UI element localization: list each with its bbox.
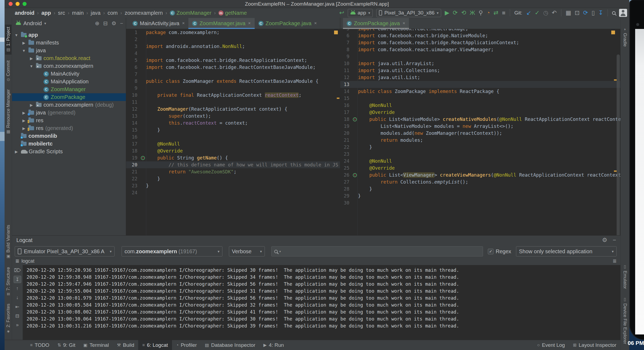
logcat-level-select[interactable]: Verbose ▾ [229, 246, 265, 256]
running-devices-icon[interactable]: ⊡ [575, 10, 580, 16]
settings-icon[interactable]: ⚙ [111, 21, 116, 26]
scroll-to-end-icon[interactable]: ↧ [14, 276, 21, 283]
statusbar-git[interactable]: ⇅9: Git [53, 340, 79, 350]
strip-gradle[interactable]: ◗Gradle [622, 25, 628, 49]
strip-project[interactable]: ▤1: Project [5, 25, 12, 55]
device-select[interactable]: Pixel_3a_API_30_x86 ▾ [376, 9, 441, 17]
strip-device-file-explorer[interactable]: ▯Device File Explorer [622, 295, 628, 346]
statusbar-todo[interactable]: ≡TODO [26, 340, 53, 350]
chevron-right-icon[interactable]: ▶ [21, 118, 27, 123]
run-config-select[interactable]: app ▾ [348, 9, 373, 17]
statusbar-run[interactable]: ▶4: Run [259, 340, 288, 350]
logcat-subtab[interactable]: ≣ logcat ≣ [12, 257, 620, 265]
tab-MainActivity.java[interactable]: CMainActivity.java× [129, 18, 188, 29]
apply-code-changes-icon[interactable]: ⟲ [461, 10, 466, 16]
chevron-down-icon[interactable]: ▼ [21, 49, 27, 53]
collapse-all-icon[interactable]: ⊟ [103, 21, 108, 26]
inspection-indicator[interactable] [334, 31, 338, 34]
statusbar-build[interactable]: ⚒Build [113, 340, 138, 350]
search-everywhere-icon[interactable] [612, 11, 616, 15]
apply-changes-icon[interactable]: ⟳ [453, 10, 458, 16]
tree-row[interactable]: CMainActivity [12, 70, 126, 78]
logcat-device-select[interactable]: Emulator Pixel_3a_API_30_x86 A ▾ [15, 246, 115, 256]
editor-right[interactable]: CZoomPackage.java× 5import com.facebook.… [340, 18, 620, 235]
up-stack-trace-icon[interactable]: ↑ [14, 285, 21, 292]
hide-panel-icon[interactable]: − [120, 21, 123, 26]
tree-row[interactable]: ▶java (generated) [12, 109, 126, 117]
editor-left-body[interactable]: 1package com.zoomexamplern;23import andr… [126, 29, 340, 235]
locate-file-icon[interactable]: ⊕ [95, 21, 100, 26]
error-stripe-mark[interactable] [337, 98, 339, 99]
close-icon[interactable]: × [248, 21, 251, 26]
editor-scrollbar[interactable] [617, 54, 620, 235]
soft-wrap-icon[interactable]: ⇤ [14, 303, 21, 310]
logcat-filter-select[interactable]: Show only selected application ▾ [516, 246, 617, 256]
run-icon[interactable]: ▶ [445, 10, 449, 16]
editor-right-body[interactable]: 5import com.facebook.react.ReactPackage;… [340, 29, 620, 235]
chevron-right-icon[interactable]: ▶ [29, 103, 34, 107]
tree-row[interactable]: ▶com.facebook.react [12, 54, 126, 62]
logcat-hide-icon[interactable]: − [613, 237, 616, 243]
chevron-right-icon[interactable]: ▶ [21, 126, 27, 131]
breadcrumb-item[interactable]: com [108, 10, 118, 16]
close-icon[interactable]: × [402, 21, 405, 26]
git-commit-icon[interactable]: ✓ [535, 10, 540, 16]
debug-icon[interactable]: Ж [470, 10, 475, 16]
statusbar-layout-inspector[interactable]: ⊞Layout Inspector [569, 340, 620, 350]
back-arrow-icon[interactable]: ↩ [339, 10, 344, 16]
strip-favorites[interactable]: ★2: Favorites [5, 301, 12, 336]
editor-left[interactable]: CMainActivity.java×CZoomManager.java×CZo… [126, 18, 340, 235]
tree-row[interactable]: ▶res (generated) [12, 124, 126, 132]
override-icon[interactable]: ↑ [141, 156, 145, 160]
breadcrumb-item[interactable]: android [15, 10, 34, 16]
rollback-icon[interactable]: ↶ [552, 10, 557, 16]
tree-row[interactable]: commonlib [12, 132, 126, 140]
attach-profiler-icon[interactable]: ⚲ [479, 10, 483, 16]
breadcrumb-item[interactable]: app [41, 10, 51, 16]
more-options-icon[interactable]: » [14, 321, 21, 329]
breadcrumb-class[interactable]: CZoomManager [170, 10, 211, 16]
logcat-settings-icon[interactable]: ⚙ [602, 237, 607, 243]
tree-row[interactable]: ▶Gradle Scripts [12, 148, 126, 155]
profile-avatar[interactable] [619, 9, 627, 17]
strip-emulator[interactable]: ▯Emulator [622, 262, 628, 291]
print-icon[interactable]: ⊟ [14, 312, 21, 319]
chevron-right-icon[interactable]: ▶ [14, 150, 19, 154]
tree-row[interactable]: ▼java [12, 47, 126, 54]
layout-inspector-icon[interactable]: ▦ [566, 10, 571, 16]
tab-ZoomPackage.java[interactable]: CZoomPackage.java× [343, 18, 409, 29]
history-icon[interactable]: ◷ [543, 10, 548, 16]
override-icon[interactable]: ↑ [353, 173, 357, 177]
tree-row[interactable]: mobilertc [12, 140, 126, 148]
tree-row[interactable]: ▼app [12, 31, 126, 39]
logcat-search-input[interactable]: ▾ [271, 246, 483, 256]
console-settings-icon[interactable]: ≣ [613, 258, 617, 264]
chevron-down-icon[interactable]: ▾ [44, 21, 46, 25]
strip-build-variants[interactable]: ▣Build Variants [5, 223, 12, 261]
down-stack-trace-icon[interactable]: ↓ [14, 294, 21, 301]
tree-row[interactable]: CMainApplication [12, 78, 126, 85]
statusbar-profiler[interactable]: ◔Profiler [172, 340, 201, 350]
chevron-right-icon[interactable]: ▶ [29, 56, 34, 61]
chevron-right-icon[interactable]: ▶ [21, 41, 27, 45]
chevron-down-icon[interactable]: ▼ [14, 33, 19, 37]
statusbar-terminal[interactable]: ▣Terminal [79, 340, 113, 350]
sdk-manager-icon[interactable]: ↧ [598, 10, 603, 16]
clear-logcat-icon[interactable]: ⌦ [14, 267, 21, 274]
stop-icon[interactable]: ■ [502, 10, 505, 16]
close-icon[interactable]: × [182, 21, 185, 26]
error-stripe-mark[interactable] [614, 79, 617, 81]
strip-structure[interactable]: ≣7: Structure [5, 265, 12, 298]
inspection-indicator[interactable] [611, 31, 615, 34]
tree-row[interactable]: ▶manifests [12, 39, 126, 47]
git-update-icon[interactable]: ↙ [526, 10, 531, 16]
tree-row[interactable]: ▶res [12, 117, 126, 124]
breadcrumb-item[interactable]: java [91, 10, 101, 16]
statusbar-event-log[interactable]: ○Event Log [533, 340, 569, 350]
strip-commit[interactable]: ⊙Commit [5, 58, 12, 83]
error-stripe-mark[interactable] [614, 170, 617, 172]
strip-resource-manager[interactable]: ▦Resource Manager [5, 87, 12, 137]
breadcrumb-method[interactable]: mgetName [218, 10, 247, 16]
device-manager-icon[interactable]: ▯ [591, 10, 595, 16]
breadcrumb-item[interactable]: src [58, 10, 65, 16]
